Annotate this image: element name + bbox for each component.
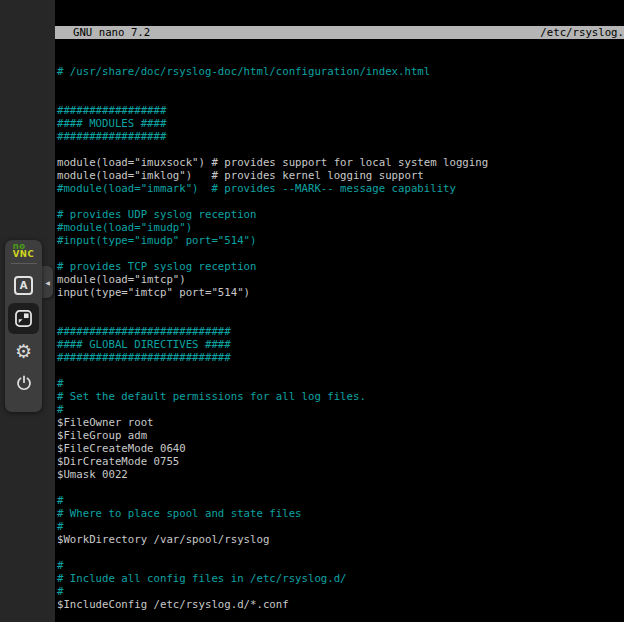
editor-line: module(load="imklog") # provides kernel … [55, 169, 624, 182]
editor-line: # [55, 494, 624, 507]
vnc-viewport: GNU nano 7.2 /etc/rsyslog. # /usr/share/… [0, 0, 624, 622]
editor-line: # [55, 585, 624, 598]
editor-line: #### MODULES #### [55, 117, 624, 130]
editor-line: #input(type="imudp" port="514") [55, 234, 624, 247]
nano-title-bar: GNU nano 7.2 /etc/rsyslog. [55, 26, 624, 39]
editor-line [55, 364, 624, 377]
editor-line [55, 312, 624, 325]
editor-line: $DirCreateMode 0755 [55, 455, 624, 468]
editor-line [55, 299, 624, 312]
editor-line: # provides UDP syslog reception [55, 208, 624, 221]
logo-divider [11, 263, 37, 264]
settings-button[interactable]: ⚙ [10, 338, 38, 365]
editor-line: $Umask 0022 [55, 468, 624, 481]
editor-line [55, 611, 624, 622]
editor-line: $FileOwner root [55, 416, 624, 429]
editor-line: module(load="imuxsock") # provides suppo… [55, 156, 624, 169]
editor-line: # Set the default permissions for all lo… [55, 390, 624, 403]
editor-line [55, 481, 624, 494]
control-bar-collapse-handle[interactable]: ◀ [42, 266, 53, 298]
chevron-left-icon: ◀ [45, 279, 50, 286]
gear-icon: ⚙ [15, 342, 32, 361]
editor-line: # provides TCP syslog reception [55, 260, 624, 273]
editor-line: # [55, 377, 624, 390]
editor-line: $FileCreateMode 0640 [55, 442, 624, 455]
editor-line [55, 91, 624, 104]
editor-line [55, 247, 624, 260]
editor-line: $WorkDirectory /var/spool/rsyslog [55, 533, 624, 546]
editor-line: ################# [55, 130, 624, 143]
nano-file-path: /etc/rsyslog. [540, 26, 624, 39]
editor-line: # Where to place spool and state files [55, 507, 624, 520]
editor-line [55, 195, 624, 208]
extra-keys-button[interactable]: A [10, 272, 38, 299]
vnc-control-bar: no VNC A ⚙ [5, 240, 42, 412]
editor-line: module(load="imtcp") [55, 273, 624, 286]
novnc-logo-bottom: VNC [13, 251, 34, 259]
power-button[interactable] [10, 369, 38, 396]
editor-line: #module(load="immark") # provides --MARK… [55, 182, 624, 195]
fullscreen-icon [14, 309, 33, 328]
editor-line: #module(load="imudp") [55, 221, 624, 234]
editor-line: # /usr/share/doc/rsyslog-doc/html/config… [55, 65, 624, 78]
editor-line: ########################### [55, 325, 624, 338]
editor-line [55, 78, 624, 91]
terminal-screen[interactable]: GNU nano 7.2 /etc/rsyslog. # /usr/share/… [55, 0, 624, 622]
novnc-logo: no VNC [13, 243, 34, 258]
editor-line: # Include all config files in /etc/rsysl… [55, 572, 624, 585]
editor-line: $IncludeConfig /etc/rsyslog.d/*.conf [55, 598, 624, 611]
editor-line: # [55, 520, 624, 533]
editor-line: ################# [55, 104, 624, 117]
editor-line [55, 143, 624, 156]
power-icon [15, 374, 33, 392]
editor-line: $FileGroup adm [55, 429, 624, 442]
editor-line: # [55, 559, 624, 572]
editor-line: #### GLOBAL DIRECTIVES #### [55, 338, 624, 351]
editor-line: # [55, 403, 624, 416]
editor-line: input(type="imtcp" port="514") [55, 286, 624, 299]
fullscreen-button[interactable] [8, 303, 39, 334]
a-key-icon: A [14, 276, 33, 295]
nano-app-title: GNU nano 7.2 [55, 26, 150, 39]
editor-line: ########################### [55, 351, 624, 364]
editor-line [55, 546, 624, 559]
editor-lines: # /usr/share/doc/rsyslog-doc/html/config… [55, 65, 624, 622]
